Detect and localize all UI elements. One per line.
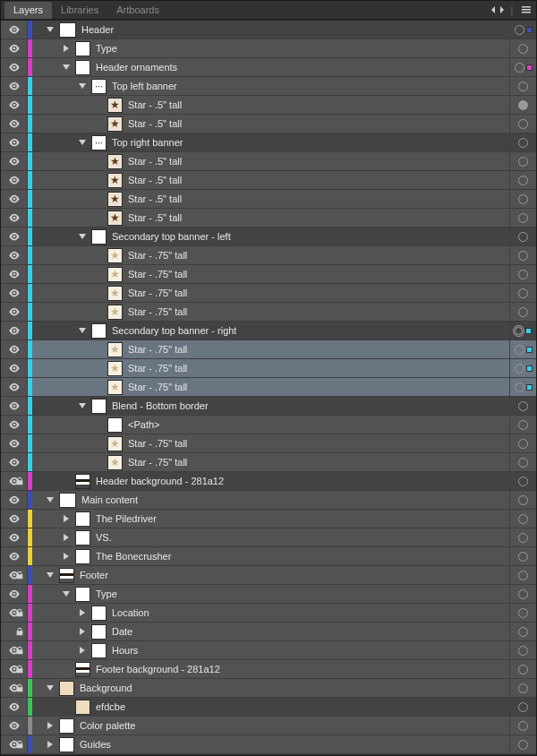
layer-row-type[interactable]: Type — [1, 39, 536, 58]
layer-content[interactable]: Star - .75" tall — [32, 359, 509, 377]
visibility-toggle[interactable] — [1, 585, 28, 603]
layer-content[interactable]: Star - .5" tall — [32, 171, 509, 189]
layer-row-vs[interactable]: VS. — [1, 528, 536, 547]
target-column[interactable] — [509, 434, 536, 452]
target-column[interactable] — [509, 209, 536, 227]
layer-content[interactable]: Color palette — [32, 717, 509, 735]
layer-row-ftype[interactable]: Type — [1, 585, 536, 604]
layer-content[interactable]: Hours — [32, 641, 509, 659]
layer-content[interactable]: Blend - Bottom border — [32, 397, 509, 415]
target-column[interactable] — [509, 359, 536, 377]
layer-content[interactable]: Star - .75" tall — [32, 340, 509, 358]
visibility-toggle[interactable] — [1, 96, 28, 114]
visibility-toggle[interactable] — [1, 566, 28, 584]
layer-content[interactable]: Star - .5" tall — [32, 115, 509, 133]
visibility-toggle[interactable] — [1, 21, 28, 39]
target-column[interactable] — [509, 735, 536, 753]
target-column[interactable] — [509, 547, 536, 565]
target-column[interactable] — [509, 96, 536, 114]
layer-content[interactable]: Top right banner — [32, 133, 509, 151]
visibility-toggle[interactable] — [1, 340, 28, 358]
visibility-toggle[interactable] — [1, 322, 28, 339]
target-column[interactable] — [509, 246, 536, 264]
layer-row-tlb[interactable]: Top left banner — [1, 77, 536, 96]
target-column[interactable] — [509, 397, 536, 415]
visibility-toggle[interactable] — [1, 623, 28, 640]
layer-row-trb-s3[interactable]: Star - .5" tall — [1, 190, 536, 209]
layer-row-ftr-bg[interactable]: Footer background - 281a12 — [1, 660, 536, 679]
visibility-toggle[interactable] — [1, 472, 28, 490]
disclosure-arrow-icon[interactable] — [77, 137, 88, 148]
layer-row-piledriver[interactable]: The Piledriver — [1, 510, 536, 528]
target-column[interactable] — [509, 115, 536, 133]
target-column[interactable] — [509, 190, 536, 208]
target-column[interactable] — [509, 585, 536, 603]
target-column[interactable] — [509, 378, 536, 396]
layer-content[interactable]: The Bonecrusher — [32, 547, 509, 565]
layer-row-bonecrusher[interactable]: The Bonecrusher — [1, 547, 536, 566]
layer-row-str-s1[interactable]: Star - .75" tall — [1, 340, 536, 359]
layer-content[interactable]: efdcbe — [32, 698, 509, 716]
target-column[interactable] — [509, 660, 536, 678]
target-column[interactable] — [509, 303, 536, 321]
layer-content[interactable]: Footer background - 281a12 — [32, 660, 509, 678]
layer-row-blend-s1[interactable]: Star - .75" tall — [1, 434, 536, 453]
disclosure-arrow-icon[interactable] — [45, 24, 55, 35]
layer-content[interactable]: Header — [32, 21, 509, 39]
disclosure-arrow-icon[interactable] — [45, 570, 55, 580]
visibility-toggle[interactable] — [1, 209, 28, 227]
layer-row-str-s3[interactable]: Star - .75" tall — [1, 378, 536, 397]
target-column[interactable] — [509, 604, 536, 622]
visibility-toggle[interactable] — [1, 397, 28, 415]
layer-row-stl-s2[interactable]: Star - .75" tall — [1, 265, 536, 284]
target-column[interactable] — [509, 21, 536, 39]
disclosure-arrow-icon[interactable] — [77, 607, 88, 618]
layer-content[interactable]: Star - .75" tall — [32, 265, 509, 283]
tab-artboards[interactable]: Artboards — [107, 2, 168, 19]
target-column[interactable] — [509, 133, 536, 151]
target-column[interactable] — [509, 566, 536, 584]
layer-row-main[interactable]: Main content — [1, 491, 536, 510]
visibility-toggle[interactable] — [1, 39, 28, 57]
layer-content[interactable]: Location — [32, 604, 509, 622]
disclosure-arrow-icon[interactable] — [61, 513, 72, 524]
visibility-toggle[interactable] — [1, 77, 28, 95]
disclosure-arrow-icon[interactable] — [77, 626, 88, 637]
disclosure-arrow-icon[interactable] — [77, 645, 88, 656]
layer-row-stl-s4[interactable]: Star - .75" tall — [1, 303, 536, 322]
disclosure-arrow-icon[interactable] — [61, 62, 72, 73]
visibility-toggle[interactable] — [1, 679, 28, 697]
layer-row-ornaments[interactable]: Header ornaments — [1, 58, 536, 77]
disclosure-arrow-icon[interactable] — [61, 532, 72, 543]
layer-content[interactable]: VS. — [32, 528, 509, 546]
visibility-toggle[interactable] — [1, 171, 28, 189]
layer-content[interactable]: Header background - 281a12 — [32, 472, 509, 490]
disclosure-arrow-icon[interactable] — [45, 683, 55, 693]
layer-content[interactable]: Footer — [32, 566, 509, 584]
layer-content[interactable]: Header ornaments — [32, 58, 509, 76]
visibility-toggle[interactable] — [1, 190, 28, 208]
visibility-toggle[interactable] — [1, 717, 28, 735]
disclosure-arrow-icon[interactable] — [77, 400, 88, 411]
layer-content[interactable]: Guides — [32, 735, 509, 753]
visibility-toggle[interactable] — [1, 528, 28, 546]
target-column[interactable] — [509, 510, 536, 528]
visibility-toggle[interactable] — [1, 115, 28, 133]
visibility-toggle[interactable] — [1, 416, 28, 434]
layer-content[interactable]: Type — [32, 39, 509, 57]
visibility-toggle[interactable] — [1, 58, 28, 76]
layer-content[interactable]: Star - .5" tall — [32, 209, 509, 227]
layer-row-trb-s1[interactable]: Star - .5" tall — [1, 152, 536, 171]
disclosure-arrow-icon[interactable] — [77, 325, 88, 336]
visibility-toggle[interactable] — [1, 434, 28, 452]
target-column[interactable] — [509, 322, 536, 339]
target-column[interactable] — [509, 284, 536, 302]
target-column[interactable] — [509, 453, 536, 471]
layer-row-blend-path[interactable]: <Path> — [1, 416, 536, 434]
layer-row-date[interactable]: Date — [1, 623, 536, 641]
layer-content[interactable]: Star - .75" tall — [32, 434, 509, 452]
visibility-toggle[interactable] — [1, 246, 28, 264]
disclosure-arrow-icon[interactable] — [45, 739, 55, 750]
target-column[interactable] — [509, 58, 536, 76]
disclosure-arrow-icon[interactable] — [45, 494, 55, 505]
